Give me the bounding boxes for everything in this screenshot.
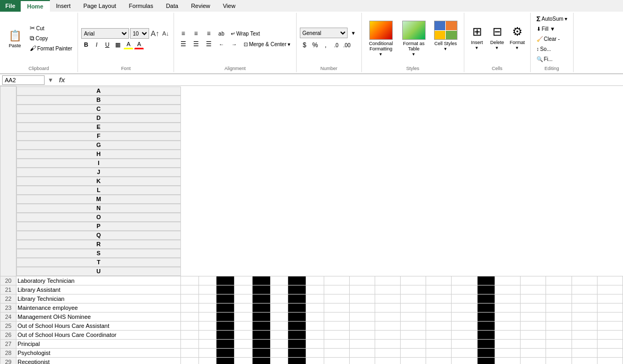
cell-h[interactable] [288,348,306,357]
cell-i[interactable] [306,303,324,312]
row-number[interactable]: 24 [1,312,16,321]
cell-o[interactable] [452,357,477,364]
cell-l[interactable] [375,276,401,285]
cut-button[interactable]: ✂ Cut [28,23,74,33]
cell-f[interactable] [252,321,270,330]
col-header-i[interactable]: I [16,159,181,168]
cell-q[interactable] [495,321,521,330]
cell-q[interactable] [495,357,521,364]
cell-f[interactable] [252,285,270,294]
col-header-p[interactable]: P [16,222,181,231]
cell-p[interactable] [477,339,495,348]
cell-g[interactable] [270,321,288,330]
cell-a[interactable]: Out of School Hours Care Coordinator [16,330,181,339]
col-header-q[interactable]: Q [16,231,181,240]
number-dropdown-btn[interactable]: ▾ [349,28,358,38]
cell-t[interactable] [572,285,597,294]
cell-b[interactable] [181,285,199,294]
cell-c[interactable] [198,321,217,330]
cell-e[interactable] [235,276,253,285]
cell-q[interactable] [495,330,521,339]
col-header-u[interactable]: U [16,267,181,276]
align-center-button[interactable]: ☰ [190,39,202,49]
cell-i[interactable] [306,357,324,364]
cell-d[interactable] [217,321,235,330]
cell-l[interactable] [375,294,401,303]
cell-h[interactable] [288,321,306,330]
percent-button[interactable]: % [310,40,320,50]
cell-q[interactable] [495,285,521,294]
cell-e[interactable] [235,348,253,357]
cell-h[interactable] [288,312,306,321]
cell-i[interactable] [306,294,324,303]
cell-l[interactable] [375,339,401,348]
cell-m[interactable] [401,312,426,321]
cell-d[interactable] [217,294,235,303]
col-header-n[interactable]: N [16,204,181,213]
comma-button[interactable]: , [321,40,331,50]
cell-u[interactable] [597,339,622,348]
cell-c[interactable] [198,348,217,357]
tab-view[interactable]: View [217,0,242,12]
row-number[interactable]: 29 [1,357,16,364]
col-header-s[interactable]: S [16,249,181,258]
cell-b[interactable] [181,339,199,348]
tab-review[interactable]: Review [185,0,217,12]
cell-r[interactable] [521,303,546,312]
cell-a[interactable]: Management OHS Nominee [16,312,181,321]
formula-fx-icon[interactable]: fx [57,76,67,84]
cell-e[interactable] [235,303,253,312]
copy-button[interactable]: ⧉ Copy [28,33,74,43]
cell-j[interactable] [324,294,349,303]
decrease-font-button[interactable]: A↓ [161,29,170,38]
cell-c[interactable] [198,357,217,364]
cell-b[interactable] [181,321,199,330]
row-number[interactable]: 23 [1,303,16,312]
wrap-text-button[interactable]: ↵ Wrap Text [228,29,263,38]
cell-c[interactable] [198,312,217,321]
col-header-o[interactable]: O [16,213,181,222]
cell-l[interactable] [375,285,401,294]
cell-r[interactable] [521,348,546,357]
cell-t[interactable] [572,339,597,348]
row-number[interactable]: 28 [1,348,16,357]
italic-button[interactable]: I [92,40,101,49]
decrease-indent-button[interactable]: ← [215,39,227,49]
cell-q[interactable] [495,276,521,285]
cell-o[interactable] [452,294,477,303]
name-box[interactable] [2,75,45,85]
cell-k[interactable] [349,321,375,330]
cell-q[interactable] [495,312,521,321]
cell-s[interactable] [546,357,572,364]
cell-s[interactable] [546,321,572,330]
col-header-t[interactable]: T [16,258,181,267]
cell-m[interactable] [401,348,426,357]
cell-c[interactable] [198,285,217,294]
cell-b[interactable] [181,348,199,357]
cell-t[interactable] [572,321,597,330]
col-header-f[interactable]: F [16,132,181,141]
cell-q[interactable] [495,339,521,348]
cell-t[interactable] [572,330,597,339]
col-header-m[interactable]: M [16,195,181,204]
col-header-b[interactable]: B [16,96,181,105]
grid-container[interactable]: A B C D E F G H I J K L M N O [0,86,623,364]
col-header-l[interactable]: L [16,186,181,195]
cell-l[interactable] [375,348,401,357]
currency-button[interactable]: $ [300,40,309,50]
delete-cell-button[interactable]: ⊟ Delete ▾ [488,23,507,54]
cell-j[interactable] [324,276,349,285]
cell-e[interactable] [235,321,253,330]
cell-d[interactable] [217,312,235,321]
cell-r[interactable] [521,339,546,348]
cell-d[interactable] [217,348,235,357]
cell-g[interactable] [270,357,288,364]
cell-b[interactable] [181,303,199,312]
cell-l[interactable] [375,357,401,364]
cell-j[interactable] [324,285,349,294]
increase-indent-button[interactable]: → [228,39,240,49]
cell-j[interactable] [324,321,349,330]
row-number[interactable]: 26 [1,330,16,339]
cell-s[interactable] [546,276,572,285]
cell-t[interactable] [572,357,597,364]
